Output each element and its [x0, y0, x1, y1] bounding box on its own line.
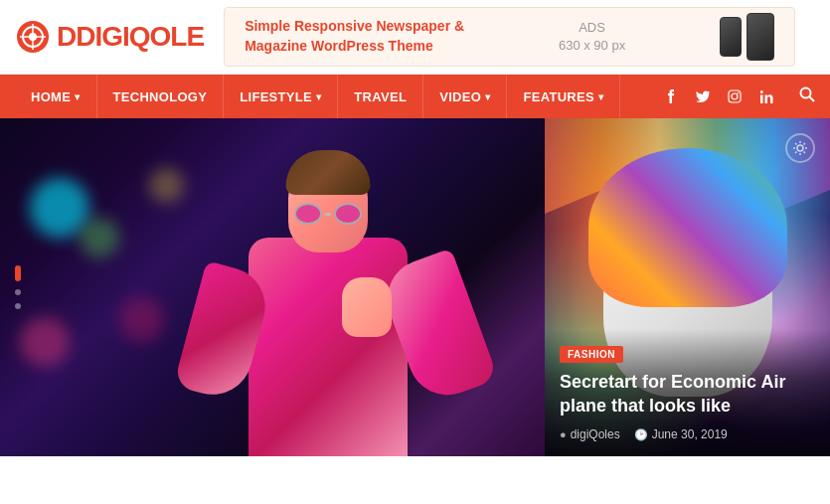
bokeh-yellow [149, 168, 184, 203]
logo-text: DDIGIQOLE [57, 21, 204, 53]
facebook-icon[interactable] [662, 87, 680, 105]
video-chevron-icon: ▾ [485, 91, 490, 102]
publish-date: June 30, 2019 [652, 427, 728, 441]
svg-point-9 [760, 90, 763, 93]
person-body [189, 138, 467, 456]
nav-lifestyle[interactable]: LIFESTYLE ▾ [224, 75, 338, 118]
home-chevron-icon: ▾ [75, 91, 80, 102]
glass-lens-left [294, 203, 322, 225]
slider-dot-3[interactable] [15, 303, 21, 309]
ad-banner: Simple Responsive Newspaper & Magazine W… [224, 7, 795, 67]
author-icon: ● [560, 428, 567, 440]
hero-right-title: Secretart for Economic Air plane that lo… [560, 371, 815, 418]
nav-travel[interactable]: TRAVEL [338, 75, 423, 118]
hero-right-background: FASHION Secretart for Economic Air plane… [545, 118, 830, 456]
svg-line-11 [810, 97, 815, 102]
slider-dot-2[interactable] [15, 289, 21, 295]
hero-right: FASHION Secretart for Economic Air plane… [545, 118, 830, 456]
svg-point-6 [732, 93, 738, 99]
bokeh-magenta [119, 297, 164, 342]
slider-dots [15, 265, 21, 309]
slider-dot-1[interactable] [15, 265, 21, 281]
fashion-badge[interactable]: FASHION [560, 346, 623, 363]
twitter-icon[interactable] [694, 87, 712, 105]
svg-point-12 [797, 145, 803, 151]
phone-big [747, 13, 774, 61]
glass-bridge [325, 213, 331, 216]
head [288, 158, 368, 252]
shirt [249, 238, 408, 456]
logo-d: D [57, 21, 76, 52]
ad-phones [720, 13, 774, 61]
nav-socials [662, 86, 815, 106]
nav-video[interactable]: VIDEO ▾ [423, 75, 507, 118]
svg-point-7 [738, 92, 740, 94]
svg-rect-5 [729, 90, 741, 102]
bokeh-green [80, 218, 119, 257]
svg-rect-8 [760, 94, 763, 103]
site-header: DDIGIQOLE Simple Responsive Newspaper & … [0, 0, 830, 75]
author-meta: ● digiQoles [560, 427, 620, 441]
clock-icon: 🕑 [634, 428, 648, 441]
nav-links: HOME ▾ TECHNOLOGY LIFESTYLE ▾ TRAVEL VID… [15, 75, 652, 118]
nav-technology[interactable]: TECHNOLOGY [97, 75, 225, 118]
hero-background [0, 118, 545, 456]
bokeh-pink [20, 317, 70, 367]
instagram-icon[interactable] [726, 87, 744, 105]
site-logo[interactable]: DDIGIQOLE [15, 19, 204, 55]
shirt-arm-right [376, 249, 498, 407]
hero-person [189, 138, 467, 456]
settings-gear-icon[interactable] [785, 133, 815, 163]
hand [342, 277, 392, 337]
main-navbar: HOME ▾ TECHNOLOGY LIFESTYLE ▾ TRAVEL VID… [0, 75, 830, 118]
features-chevron-icon: ▾ [598, 91, 603, 102]
nav-home[interactable]: HOME ▾ [15, 75, 97, 118]
svg-point-10 [801, 88, 811, 98]
author-name: digiQoles [571, 427, 620, 441]
shirt-arm-left [173, 260, 273, 404]
ads-label: ADS 630 x 90 px [559, 19, 625, 55]
phone-small [720, 17, 742, 57]
hero-left [0, 118, 545, 456]
linkedin-icon[interactable] [757, 87, 775, 105]
main-content: FASHION Secretart for Economic Air plane… [0, 118, 830, 456]
right-overlay: FASHION Secretart for Economic Air plane… [545, 329, 830, 456]
sunglasses [294, 203, 362, 225]
date-meta: 🕑 June 30, 2019 [634, 427, 728, 441]
nav-features[interactable]: FEATURES ▾ [507, 75, 620, 118]
search-icon[interactable] [799, 86, 815, 106]
hero-right-meta: ● digiQoles 🕑 June 30, 2019 [560, 427, 815, 441]
logo-icon [15, 19, 51, 55]
glass-lens-right [334, 203, 362, 225]
lifestyle-chevron-icon: ▾ [316, 91, 321, 102]
ad-text: Simple Responsive Newspaper & Magazine W… [245, 17, 464, 56]
art-hair [588, 148, 787, 307]
hair [286, 150, 371, 195]
